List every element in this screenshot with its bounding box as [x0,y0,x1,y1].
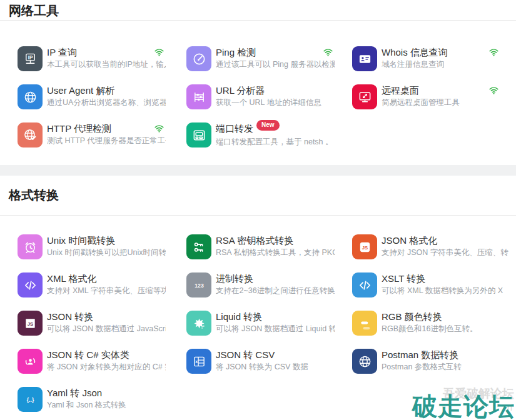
tool-card-liquid[interactable]: Liquid 转换可以将 JSON 数据档通过 Liquid 转 [186,311,352,336]
tool-card-text: 端口转发New端口转发配置工具，基于 netsh 。 [216,122,335,148]
base-convert-icon: 123 [186,272,211,298]
tool-card-remote-desktop[interactable]: 远程桌面简易远程桌面管理工具 [352,84,516,109]
tool-title-row: RSA 密钥格式转换 [216,234,335,246]
tool-card-text: Yaml 转 JsonYaml 和 Json 格式转换 [47,387,166,412]
tool-title: Postman 数据转换 [382,349,458,360]
tool-card-whois[interactable]: Whois 信息查询域名注册信息查询 [352,46,516,71]
new-badge: New [256,120,280,131]
tool-desc: RGB颜色和16进制色互转。 [382,324,516,334]
http-proxy-icon [18,122,43,148]
section-title-network: 网络工具 [0,0,516,18]
tool-desc: 测试 HTTP 代理服务器是否正常工作 [47,136,166,146]
tool-title: JSON 转换 [47,311,93,322]
tool-card-json-convert[interactable]: JSJSON 转换可以将 JSON 数据档通过 JavaScrip [18,311,186,336]
tool-title-row: JSON 格式化 [382,234,516,246]
tool-title: XSLT 转换 [382,273,425,284]
postman-icon [352,349,377,374]
tool-card-yaml-json[interactable]: {..}Yaml 转 JsonYaml 和 Json 格式转换 [18,387,186,412]
tool-title: Unix 时间戳转换 [47,235,115,246]
json-csv-icon: x [186,349,211,374]
network-tools-header: 网络工具 [0,0,516,21]
tool-title-row: 远程桌面 [382,84,516,96]
user-agent-icon [18,84,43,109]
tool-card-ip-lookup[interactable]: IPIP 查询本工具可以获取当前的IP地址，输入 [18,46,186,71]
tool-desc: 可以将 XML 数据档转换为另外的 X [382,286,516,296]
tool-card-text: IP 查询本工具可以获取当前的IP地址，输入 [47,46,166,71]
tool-card-json-format[interactable]: JSJSON 格式化支持对 JSON 字符串美化、压缩、转 [352,234,516,259]
tool-card-text: RGB 颜色转换RGB颜色和16进制色互转。 [382,311,516,336]
tool-card-ping[interactable]: Ping 检测通过该工具可以 Ping 服务器以检测 [186,46,352,71]
ip-lookup-icon: IP [18,46,43,71]
tool-card-base-convert[interactable]: 123进制转换支持在2~36进制之间进行任意转换， [186,272,352,298]
tool-title: Ping 检测 [216,47,256,58]
tool-title: URL 分析器 [216,85,265,96]
tool-card-rgb-color[interactable]: RGB 颜色转换RGB颜色和16进制色互转。 [352,311,516,336]
tool-card-text: 进制转换支持在2~36进制之间进行任意转换， [216,272,335,298]
tool-desc: 支持在2~36进制之间进行任意转换， [216,286,335,296]
wifi-icon [154,48,164,57]
tool-title-row: RGB 颜色转换 [382,311,516,322]
tool-desc: 域名注册信息查询 [382,59,516,70]
tool-desc: 支持对 JSON 字符串美化、压缩、转 [382,248,516,258]
tool-card-text: XML 格式化支持对 XML 字符串美化、压缩等功 [47,272,166,298]
wifi-icon [489,48,498,57]
tool-card-text: User Agent 解析通过UA分析出浏览器名称、浏览器 [47,84,166,109]
tool-title: RGB 颜色转换 [382,311,442,322]
svg-text:JS: JS [27,321,33,326]
tool-title: IP 查询 [47,47,77,58]
tool-desc: 获取一个 URL 地址的详细信息 [216,98,335,108]
tool-title-row: URL 分析器 [216,84,335,96]
tool-card-text: HTTP 代理检测测试 HTTP 代理服务器是否正常工作 [47,122,166,148]
tool-card-port-forward[interactable]: 端口转发New端口转发配置工具，基于 netsh 。 [186,122,352,148]
tool-title-row: Liquid 转换 [216,311,335,322]
svg-text:x: x [195,359,198,363]
svg-text:JS: JS [362,244,367,250]
tool-card-json-csharp[interactable]: JSON 转 C# 实体类将 JSON 对象转换为相对应的 C# 实 [18,349,186,374]
tool-card-http-proxy[interactable]: HTTP 代理检测测试 HTTP 代理服务器是否正常工作 [18,122,186,148]
tool-title: HTTP 代理检测 [47,123,111,134]
tool-card-url-analyzer[interactable]: URL 分析器获取一个 URL 地址的详细信息 [186,84,352,109]
tool-card-json-csv[interactable]: xJSON 转 CSV将 JSON 转换为 CSV 数据 [186,349,352,374]
tool-desc: Yaml 和 Json 格式转换 [47,400,166,411]
tool-card-unix-timestamp[interactable]: Unix 时间戳转换Unix 时间戳转换可以把Unix时间转 [18,234,186,259]
tool-title-row: JSON 转 CSV [216,349,335,361]
tool-title: Yaml 转 Json [47,388,102,398]
tool-card-xml-format[interactable]: XML 格式化支持对 XML 字符串美化、压缩等功 [18,272,186,298]
tool-card-postman[interactable]: Postman 数据转换Postman 参数格式互转 [352,349,516,374]
tool-card-text: Unix 时间戳转换Unix 时间戳转换可以把Unix时间转 [47,234,166,259]
tool-card-text: Liquid 转换可以将 JSON 数据档通过 Liquid 转 [216,311,335,336]
tool-title-row: XML 格式化 [47,272,166,284]
tool-desc: 通过该工具可以 Ping 服务器以检测 [216,59,335,70]
wifi-icon [489,86,498,95]
tool-card-text: JSON 转换可以将 JSON 数据档通过 JavaScrip [47,311,166,336]
tool-card-xslt[interactable]: XSLT 转换可以将 XML 数据档转换为另外的 X [352,272,516,298]
tool-card-text: JSON 转 CSV将 JSON 转换为 CSV 数据 [216,349,335,374]
tool-desc: RSA 私钥格式转换工具，支持 PKCS [216,248,335,258]
tool-title: Whois 信息查询 [382,47,448,58]
tool-desc: 可以将 JSON 数据档通过 JavaScrip [47,324,166,334]
tool-title: RSA 密钥格式转换 [216,235,293,246]
tool-title-row: User Agent 解析 [47,84,166,96]
remote-desktop-icon [352,84,377,109]
json-convert-icon: JS [18,311,43,336]
tool-title: User Agent 解析 [47,85,114,96]
ping-icon [186,46,211,71]
wifi-icon [154,124,164,133]
tool-card-text: Postman 数据转换Postman 参数格式互转 [382,349,516,374]
xml-format-icon [18,272,43,298]
tool-desc: 简易远程桌面管理工具 [382,98,516,108]
tool-card-text: URL 分析器获取一个 URL 地址的详细信息 [216,84,335,109]
yaml-json-icon: {..} [18,387,43,412]
tool-desc: 将 JSON 转换为 CSV 数据 [216,362,335,372]
tool-card-rsa-key[interactable]: RSA 密钥格式转换RSA 私钥格式转换工具，支持 PKCS [186,234,352,259]
url-analyzer-icon [186,84,211,109]
tool-title-row: IP 查询 [47,46,166,58]
tool-title-row: Unix 时间戳转换 [47,234,166,246]
tool-title-row: Ping 检测 [216,46,335,58]
tool-card-text: XSLT 转换可以将 XML 数据档转换为另外的 X [382,272,516,298]
tool-desc: 端口转发配置工具，基于 netsh 。 [216,137,335,148]
tool-desc: 将 JSON 对象转换为相对应的 C# 实 [47,362,166,372]
tool-desc: 支持对 XML 字符串美化、压缩等功 [47,286,166,296]
tool-card-user-agent[interactable]: User Agent 解析通过UA分析出浏览器名称、浏览器 [18,84,186,109]
port-forward-icon [186,122,211,148]
